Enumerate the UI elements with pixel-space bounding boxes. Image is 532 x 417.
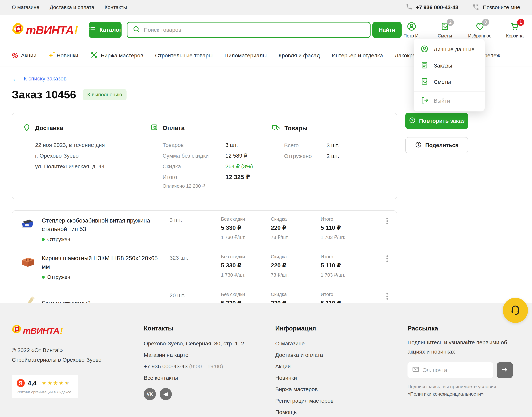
product-qty: 3 шт.	[170, 216, 221, 223]
truck-icon	[271, 123, 280, 133]
headset-icon	[510, 304, 521, 317]
subscribe-button[interactable]	[497, 362, 513, 378]
nav-item-roofing[interactable]: Кровля и фасад	[279, 52, 320, 59]
favorites-count-badge: 0	[482, 19, 489, 26]
email-field-wrap	[408, 362, 493, 378]
product-qty: 20 шт.	[170, 292, 221, 299]
telegram-icon[interactable]	[160, 388, 172, 400]
back-to-orders-link[interactable]: ← К списку заказов	[12, 75, 66, 82]
menu-item-orders[interactable]: Заказы	[414, 58, 485, 74]
question-circle-icon: ?	[415, 141, 422, 149]
question-circle-icon: ?	[409, 117, 416, 125]
rating-value: 4,4	[28, 380, 36, 387]
menu-item-personal-data[interactable]: Личные данные	[414, 41, 485, 58]
nav-item-interior[interactable]: Интерьер и отделка	[332, 52, 383, 59]
copyright-line: Стройматериалы в Орехово-Зуево	[12, 355, 144, 365]
product-name[interactable]: Степлер скобозабивной витая пружина стал…	[42, 216, 161, 233]
row-menu-kebab-icon[interactable]	[380, 254, 395, 262]
logo-nut-icon	[12, 325, 22, 336]
phone-link[interactable]: +7 936 000-43-43	[406, 3, 458, 12]
privacy-policy-link[interactable]: «Политики конфиденциальности»	[408, 391, 484, 397]
footer-link-master-reg[interactable]: Регистрация мастеров	[275, 395, 408, 407]
product-row: Степлер скобозабивной витая пружина стал…	[12, 211, 397, 248]
store-on-map-link[interactable]: Магазин на карте	[144, 349, 275, 361]
page-title: Заказ 10456	[12, 88, 76, 101]
arrow-left-icon: ←	[12, 75, 19, 82]
nav-item-new[interactable]: ✦✦Новинки	[48, 52, 78, 59]
nav-item-building[interactable]: Строительные товары	[155, 52, 213, 59]
footer-link-about[interactable]: О магазине	[275, 338, 408, 349]
vk-icon[interactable]: VK	[144, 388, 156, 400]
nav-item-promos[interactable]: %Акции	[12, 52, 37, 60]
star-icon: ★	[47, 380, 52, 386]
svg-text:?: ?	[417, 143, 419, 146]
nav-item-lumber[interactable]: Пиломатериалы	[224, 52, 267, 59]
footer-link-delivery[interactable]: Доставка и оплата	[275, 349, 408, 361]
search-submit-button[interactable]: Найти	[372, 22, 402, 38]
search-input[interactable]	[144, 27, 365, 33]
status-dot-icon	[42, 276, 45, 279]
share-button[interactable]: ? Поделиться	[405, 137, 468, 153]
star-icon: ★	[53, 380, 58, 386]
price-total: Итого 5 110 ₽ 1 703 ₽/шт.	[321, 254, 380, 278]
rating-caption: Рейтинг организации в Яндексе	[17, 390, 74, 394]
repeat-order-button[interactable]: ? Повторить заказ	[405, 113, 468, 129]
product-image-brick	[20, 254, 36, 270]
nav-item-masters[interactable]: Биржа мастеров	[90, 51, 143, 60]
callback-link[interactable]: Позвоните мне	[472, 3, 520, 12]
topbar-link-contacts[interactable]: Контакты	[105, 4, 127, 10]
estimates-icon	[420, 77, 429, 87]
estimates-button[interactable]: 2 Сметы	[435, 21, 455, 39]
product-status: Отгружен	[42, 274, 161, 280]
user-icon	[407, 21, 417, 31]
logout-icon	[420, 96, 429, 105]
price-no-discount: Без скидки 5 330 ₽ 1 730 ₽/шт.	[221, 254, 271, 278]
wallet-icon	[150, 123, 159, 133]
price-total: Итого 5 110 ₽ 1 703 ₽/шт.	[321, 216, 380, 240]
footer-link-promos[interactable]: Акции	[275, 361, 408, 372]
logo[interactable]: тВИНТА!	[12, 23, 78, 37]
footer-logo[interactable]: тВИНТА!	[12, 325, 144, 336]
tools-icon	[90, 51, 98, 60]
catalog-button[interactable]: Каталог	[89, 22, 121, 38]
yandex-rating-widget[interactable]: Я 4,4 ★★★★★★ Рейтинг организации в Яндек…	[12, 375, 78, 398]
all-contacts-link[interactable]: Все контакты	[144, 372, 275, 384]
row-menu-kebab-icon[interactable]	[380, 292, 395, 300]
arrow-right-icon	[501, 366, 509, 375]
product-name[interactable]: Кирпич шамотный НЗКМ ШБ8 250х120х65 мм	[42, 254, 161, 271]
svg-text:?: ?	[411, 118, 413, 122]
status-dot-icon	[42, 238, 45, 241]
paid-note: Оплачено 12 200 ₽	[163, 183, 271, 189]
footer-address: Орехово-Зуево, Северная, 30, стр. 1, 2	[144, 338, 275, 349]
envelope-icon	[412, 366, 419, 375]
product-image-stapler	[20, 216, 36, 232]
newsletter-title: Рассылка	[408, 325, 513, 332]
payment-discount: 264 ₽ (3%)	[225, 161, 253, 172]
favorites-button[interactable]: 0 Избранное	[468, 21, 491, 39]
account-menu-button[interactable]: Петр И.	[402, 21, 422, 39]
order-summary-card: Доставка 22 ноя 2023, в течение дня г. О…	[12, 113, 397, 199]
account-dropdown: Личные данные Заказы Сметы Выйти	[414, 39, 485, 111]
topbar-link-about[interactable]: О магазине	[12, 4, 39, 10]
product-qty: 323 шт.	[170, 254, 221, 261]
footer-link-masters[interactable]: Биржа мастеров	[275, 384, 408, 395]
cart-button[interactable]: 1 Корзина	[505, 21, 525, 39]
footer-link-help[interactable]: Помощь	[275, 407, 408, 417]
cart-count-badge: 1	[517, 19, 524, 26]
support-chat-button[interactable]	[503, 298, 528, 323]
orders-icon	[420, 61, 429, 71]
row-menu-kebab-icon[interactable]	[380, 216, 395, 224]
search-icon	[133, 25, 140, 34]
logo-exclamation: !	[74, 23, 78, 37]
location-pin-icon	[22, 123, 31, 133]
estimates-icon: 2	[440, 21, 449, 31]
footer-link-new[interactable]: Новинки	[275, 372, 408, 384]
email-field[interactable]	[423, 367, 489, 373]
cart-icon: 1	[510, 21, 520, 31]
menu-item-logout[interactable]: Выйти	[414, 93, 485, 109]
footer-phone: +7 936 000-43-43 (9:00—19:00)	[144, 361, 275, 372]
menu-item-estimates[interactable]: Сметы	[414, 74, 485, 90]
delivery-date: 22 ноя 2023, в течение дня	[35, 140, 150, 150]
delivery-city: г. Орехово-Зуево	[35, 150, 150, 161]
topbar-link-delivery[interactable]: Доставка и оплата	[50, 4, 94, 10]
